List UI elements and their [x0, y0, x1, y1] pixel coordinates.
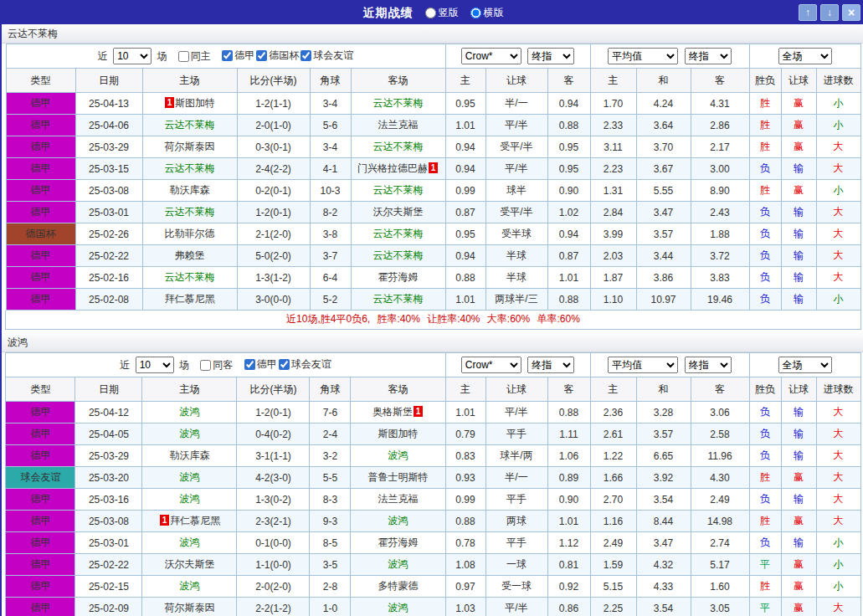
odds-source-select[interactable]: Crow* [461, 357, 521, 373]
team-name-text: 荷尔斯泰因 [164, 602, 214, 613]
away-team: 云达不莱梅 [351, 180, 445, 202]
layout-vertical-radio-input[interactable] [425, 8, 436, 18]
odds-away: 0.95 [547, 158, 590, 180]
score-halftime: 1-2(0-1) [237, 402, 310, 424]
goals-outcome: 大 [816, 158, 860, 180]
team-name-text: 云达不莱梅 [373, 293, 424, 305]
same-venue-checkbox[interactable]: 同客 [200, 358, 233, 372]
odds-home: 0.94 [445, 245, 485, 267]
match-date: 25-02-08 [75, 289, 142, 311]
avg-home-odds: 1.66 [590, 467, 636, 489]
avg-draw-odds: 3.47 [636, 532, 691, 554]
match-date: 25-02-16 [75, 267, 142, 289]
team-name-text: 奥格斯堡 [372, 406, 413, 418]
close-button[interactable]: × [842, 4, 860, 21]
matches-tbody: 德甲 25-04-12 波鸿 1-2(0-1) 7-6 奥格斯堡1 1.01 平… [6, 402, 860, 616]
recent-count-select[interactable]: 10 [113, 48, 152, 64]
league-filter-checkbox[interactable]: 德国杯 [256, 49, 299, 63]
odds-handicap: 两球半/三 [485, 289, 547, 311]
column-result: 胜负 [749, 377, 781, 402]
same-venue-checkbox-input[interactable] [200, 360, 211, 371]
league-filter-checkbox-input[interactable] [256, 50, 267, 61]
away-team: 奥格斯堡1 [351, 402, 445, 424]
avg-draw-odds: 5.55 [636, 180, 691, 202]
layout-horizontal-radio[interactable]: 横版 [470, 6, 504, 20]
league-filter-checkbox[interactable]: 球会友谊 [301, 49, 353, 63]
team-name-text: 弗赖堡 [175, 249, 205, 261]
league-filter-checkbox[interactable]: 球会友谊 [279, 357, 331, 372]
layout-vertical-radio[interactable]: 竖版 [425, 6, 459, 20]
avg-draw-odds: 3.67 [636, 158, 691, 180]
odds-away: 0.94 [547, 223, 590, 245]
result-outcome: 平 [749, 554, 781, 576]
column-date: 日期 [75, 377, 142, 402]
away-team: 霍芬海姆 [351, 267, 445, 289]
scope-select[interactable]: 全场 [778, 357, 832, 373]
league-filter-checkbox[interactable]: 德甲 [244, 357, 277, 372]
handicap-outcome: 输 [781, 223, 816, 245]
result-outcome: 胜 [749, 93, 781, 115]
column-result: 胜负 [749, 69, 781, 93]
move-up-button[interactable]: ↑ [799, 4, 817, 21]
match-row: 德甲 25-04-13 1斯图加特 1-2(1-1) 3-4 云达不莱梅 0.9… [6, 93, 860, 115]
handicap-outcome: 输 [781, 202, 816, 223]
goals-outcome: 小 [816, 289, 860, 311]
team-name-text: 法兰克福 [378, 119, 419, 131]
corners: 9-3 [310, 511, 351, 532]
odds-away: 0.90 [547, 489, 590, 511]
league-type-cell: 德甲 [6, 511, 75, 532]
odds-source-select[interactable]: Crow* [461, 48, 521, 64]
league-filter-checkbox-input[interactable] [244, 359, 255, 370]
result-outcome: 胜 [749, 576, 781, 598]
same-venue-checkbox[interactable]: 同主 [178, 49, 211, 64]
average-source-select[interactable]: 平均值 [608, 357, 678, 373]
away-team: 波鸿 [351, 445, 445, 467]
layout-horizontal-radio-input[interactable] [470, 8, 481, 18]
match-date: 25-03-16 [75, 489, 142, 511]
league-filter-checkbox[interactable]: 德甲 [222, 49, 254, 63]
team-name-text: 云达不莱梅 [373, 97, 424, 109]
scope-select[interactable]: 全场 [778, 48, 832, 64]
league-filter-checkbox-input[interactable] [279, 359, 290, 370]
odds-home: 0.94 [445, 158, 485, 180]
odds-home: 1.01 [445, 402, 485, 424]
move-down-button[interactable]: ↓ [820, 4, 839, 21]
league-filter-checkbox-input[interactable] [301, 50, 311, 61]
away-team: 云达不莱梅 [351, 245, 445, 267]
odds-home: 0.88 [445, 267, 485, 289]
average-stage-select[interactable]: 终指 [685, 48, 732, 64]
avg-away-odds: 4.31 [691, 93, 749, 115]
layout-horizontal-label: 横版 [484, 6, 504, 20]
match-date: 25-04-13 [75, 93, 142, 115]
team-name-text: 云达不莱梅 [373, 184, 424, 196]
red-card-indicator: 1 [160, 515, 169, 526]
odds-stage-select[interactable]: 终指 [527, 357, 574, 373]
handicap-outcome: 赢 [781, 598, 816, 616]
corners: 5-6 [310, 115, 351, 136]
league-filter-checkbox-input[interactable] [222, 50, 233, 61]
goals-outcome: 小 [816, 576, 860, 598]
league-type-cell: 德甲 [6, 245, 75, 267]
away-team: 霍芬海姆 [351, 532, 445, 554]
recent-count-select[interactable]: 10 [136, 357, 174, 373]
same-venue-checkbox-input[interactable] [178, 51, 189, 62]
odds-stage-select[interactable]: 终指 [527, 48, 574, 64]
recent-results-table: 近 10 场 同客 德甲 球会友谊 Crow* 终指 [5, 352, 860, 616]
odds-handicap: 平手 [485, 424, 547, 445]
avg-home-odds: 2.33 [590, 115, 636, 136]
score-halftime: 3-0(0-0) [237, 289, 310, 311]
average-stage-select[interactable]: 终指 [685, 357, 732, 373]
odds-handicap: 半/一 [485, 467, 547, 489]
result-outcome: 胜 [749, 511, 781, 532]
home-team: 沃尔夫斯堡 [142, 554, 237, 576]
league-type-cell: 德甲 [6, 445, 75, 467]
odds-handicap: 平/半 [485, 402, 547, 424]
column-type: 类型 [6, 377, 75, 402]
avg-draw-odds: 3.70 [636, 136, 691, 158]
league-filters: 德甲 球会友谊 [243, 361, 331, 372]
avg-away-odds: 2.17 [691, 136, 749, 158]
recent-results-panel: 近期战绩 竖版 横版 ↑ ↓ × 云达不莱梅 近 10 [0, 0, 863, 616]
team-name-text: 波鸿 [179, 493, 199, 505]
odds-home: 0.97 [445, 576, 485, 598]
average-source-select[interactable]: 平均值 [608, 48, 678, 64]
